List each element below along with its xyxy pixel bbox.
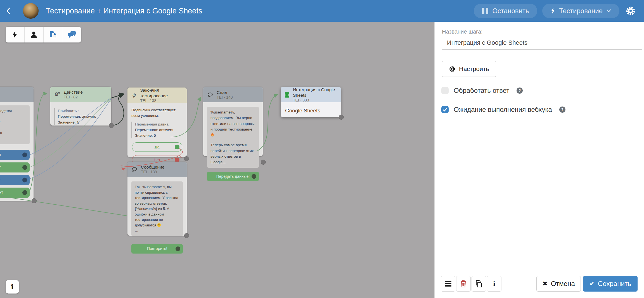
node-message-box: сервисе находятся ак они туда и 1 вариан… (0, 105, 30, 144)
neutral-face-emoji (157, 223, 161, 227)
gear-icon (449, 66, 456, 72)
panel-divider (435, 270, 644, 270)
add-person-button[interactable] (25, 27, 44, 42)
wire-dark-to-condition (111, 94, 124, 98)
node-code: TEI - 82 (64, 95, 83, 99)
message-line: запретили (0, 136, 26, 141)
canvas-info-button[interactable]: i (6, 280, 19, 294)
connector-dot[interactable] (22, 190, 27, 195)
message-line: от всех групп (0, 130, 26, 136)
connector-dot[interactable] (22, 165, 27, 170)
connector-dot[interactable] (22, 178, 27, 182)
fire-emoji (210, 133, 214, 137)
rule-label: Переменная равна: (135, 122, 183, 127)
node-title: Сдал (217, 90, 233, 95)
duplicate-step-button[interactable] (472, 276, 486, 292)
step-info-button[interactable]: i (487, 276, 501, 292)
message-text: Теперь самое время перейти к передаче эт… (210, 143, 254, 164)
avatar (23, 3, 39, 19)
lightning-icon (551, 8, 555, 14)
testing-mode-dropdown[interactable]: Тестирование (542, 4, 619, 18)
lightning-icon (12, 31, 18, 39)
wire-dark-curve (111, 94, 124, 126)
answer-button[interactable]: ый вариант (0, 150, 30, 160)
yes-button[interactable]: Да (132, 142, 182, 152)
top-bar: Тестирование + Интеграция с Google Sheet… (0, 0, 644, 22)
save-label: Сохранить (598, 280, 631, 288)
yes-label: Да (155, 144, 159, 150)
cancel-label: Отмена (551, 280, 575, 288)
stop-button[interactable]: Остановить (474, 4, 537, 18)
action-op: Прибавить : (58, 108, 107, 114)
chat-messages-icon (68, 31, 76, 38)
action-value: Значение: 1 (58, 120, 107, 125)
node-title: Сообщение (141, 164, 164, 170)
node-title: Закончил тестирование (140, 87, 183, 98)
flow-canvas[interactable]: сервисе находятся ак они туда и 1 вариан… (0, 22, 434, 298)
transfer-data-button[interactable]: Передать данные! (207, 172, 259, 181)
configure-button[interactable]: Настроить (442, 61, 496, 77)
chevron-left-icon (5, 7, 11, 15)
help-icon[interactable]: ? (517, 87, 523, 94)
settings-gear-icon[interactable] (624, 5, 637, 17)
ellipsis: … (135, 228, 179, 233)
connector-dot[interactable] (176, 246, 180, 251)
copy-step-button[interactable] (44, 27, 63, 42)
node-quiz-question[interactable]: сервисе находятся ак они туда и 1 вариан… (0, 87, 34, 201)
help-icon[interactable]: ? (559, 107, 565, 113)
condition-icon: ψ (131, 93, 137, 98)
speech-bubble-icon (207, 93, 213, 97)
chevron-down-icon (607, 9, 611, 13)
node-code: TEI - 140 (217, 95, 233, 100)
webhook-wait-checkbox[interactable] (441, 106, 449, 113)
connector-dot[interactable] (252, 174, 256, 179)
message-line: сервисе находятся (0, 108, 26, 114)
person-icon (30, 31, 37, 38)
node-retry-message[interactable]: Сообщение TEI - 139 Так, %username%, вы … (127, 162, 187, 236)
process-answer-label: Обработать ответ (454, 87, 509, 94)
copy-pages-icon (49, 31, 57, 39)
delete-step-button[interactable] (456, 276, 471, 292)
info-icon: i (493, 280, 495, 287)
node-code: TEI - 139 (141, 170, 164, 174)
node-header (0, 87, 34, 102)
node-action[interactable]: ⚙⚙ Действие TEI - 82 Прибавить : Перемен… (50, 87, 111, 126)
transfer-data-label: Передать данные! (216, 174, 250, 179)
answer-label: ий вариант (0, 177, 1, 183)
retry-label: Повторить! (147, 246, 167, 252)
rule-value: Значение: 5 (135, 133, 183, 138)
answer-label: ой вариант (0, 164, 1, 170)
answer-label: ый вариант (0, 152, 1, 158)
answer-label: тый вариант (0, 190, 3, 195)
answer-button[interactable]: тый вариант (0, 188, 30, 198)
answer-button[interactable]: ий вариант (0, 175, 30, 185)
node-output-dots[interactable] (32, 115, 344, 238)
node-title: Интеграция с Google Sheets (293, 87, 337, 98)
node-passed-message[interactable]: Сдал TEI - 140 %username%, поздравляем! … (203, 87, 263, 156)
step-settings-panel: Название шага: Настроить Обработать отве… (434, 22, 644, 298)
connector-dot[interactable] (175, 145, 179, 150)
node-message-box: Так, %username%, вы почти справились с т… (131, 181, 183, 236)
node-message-box: %username%, поздравляем! Вы верно ответи… (207, 107, 259, 168)
node-google-sheets-integration[interactable]: Интеграция с Google Sheets TEI - 333 Goo… (281, 87, 341, 117)
page-title: Тестирование + Интеграция с Google Sheet… (46, 7, 202, 15)
menu-button[interactable] (441, 276, 455, 292)
configure-label: Настроить (459, 65, 489, 73)
step-name-input[interactable] (442, 36, 642, 50)
save-button[interactable]: ✔ Сохранить (583, 276, 638, 292)
check-icon (443, 108, 447, 112)
retry-button[interactable]: Повторить! (131, 244, 183, 254)
testing-mode-label: Тестирование (559, 7, 603, 15)
add-message-button[interactable] (62, 27, 81, 42)
condition-intro: Подписчик соответствует всем условиям: (131, 107, 183, 119)
node-condition[interactable]: ψ Закончил тестирование TEI - 138 Подпис… (127, 87, 187, 157)
cancel-button[interactable]: ✖ Отмена (536, 276, 581, 292)
message-line: ак они туда (0, 114, 26, 119)
answer-button[interactable]: ой вариант (0, 162, 30, 172)
process-answer-checkbox[interactable] (441, 87, 449, 94)
back-button[interactable] (0, 0, 17, 22)
node-code: TEI - 333 (293, 98, 337, 102)
canvas-toolbar (6, 27, 81, 42)
add-action-button[interactable] (6, 27, 25, 42)
connector-dot[interactable] (22, 152, 27, 157)
